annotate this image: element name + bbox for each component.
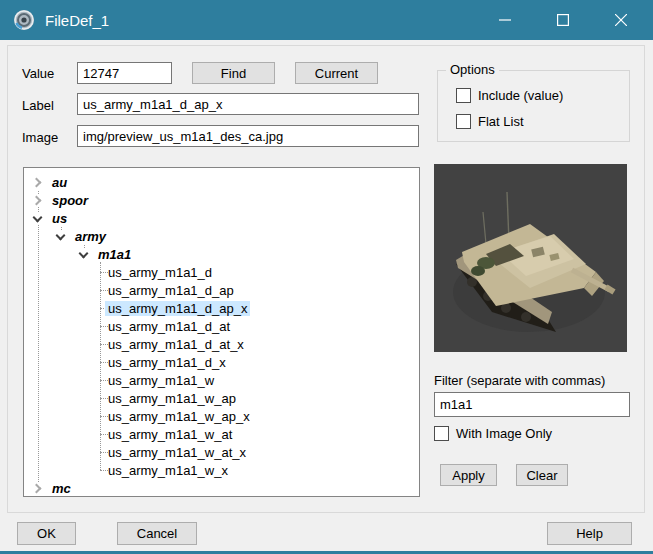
chevron-right-icon[interactable] xyxy=(32,482,43,494)
find-button[interactable]: Find xyxy=(192,62,275,84)
with-image-only-label: With Image Only xyxy=(456,426,552,441)
close-button[interactable] xyxy=(592,0,650,40)
tree-item-label: us_army_m1a1_d_at_x xyxy=(105,337,247,352)
clear-button[interactable]: Clear xyxy=(516,464,568,486)
image-input[interactable] xyxy=(77,125,419,147)
chevron-down-icon[interactable] xyxy=(32,212,43,224)
tree-item-label: us_army_m1a1_d_ap_x xyxy=(105,301,250,316)
tree-item-label: us_army_m1a1_d_at xyxy=(105,319,233,334)
flat-list-checkbox[interactable] xyxy=(456,114,471,129)
cancel-button[interactable]: Cancel xyxy=(117,522,197,545)
filedef-dialog: FileDef_1 Value Find Current Label Image… xyxy=(0,0,653,554)
tree-item[interactable]: au xyxy=(24,173,419,191)
tree-item[interactable]: spoor xyxy=(24,191,419,209)
tree-item[interactable]: m1a1 xyxy=(24,245,419,263)
tree-item-label: us_army_m1a1_w_at_x xyxy=(105,445,249,460)
current-button[interactable]: Current xyxy=(295,62,378,84)
tree-item[interactable]: us_army_m1a1_d_x xyxy=(24,353,419,371)
preview-panel xyxy=(434,164,627,352)
include-value-checkbox[interactable] xyxy=(456,88,471,103)
tree-item[interactable]: us_army_m1a1_w_ap xyxy=(24,389,419,407)
tree-item[interactable]: us_army_m1a1_w_x xyxy=(24,461,419,479)
flat-list-label: Flat List xyxy=(478,114,524,129)
window-title: FileDef_1 xyxy=(45,12,109,29)
maximize-icon xyxy=(557,14,569,26)
title-bar: FileDef_1 xyxy=(0,0,653,40)
image-label: Image xyxy=(22,130,58,145)
tree-item-label: mc xyxy=(49,481,74,496)
tree-item-label: us_army_m1a1_w_ap_x xyxy=(105,409,253,424)
tree-item[interactable]: mc xyxy=(24,479,419,497)
tree-item-label: army xyxy=(72,229,109,244)
chevron-down-icon[interactable] xyxy=(55,230,66,242)
chevron-right-icon[interactable] xyxy=(32,176,43,188)
tree-item[interactable]: us_army_m1a1_d_ap xyxy=(24,281,419,299)
tree-item[interactable]: us_army_m1a1_d xyxy=(24,263,419,281)
app-icon xyxy=(13,9,35,31)
tree-item[interactable]: us_army_m1a1_d_ap_x xyxy=(24,299,419,317)
tree-item[interactable]: us_army_m1a1_w xyxy=(24,371,419,389)
flat-list-checkbox-row: Flat List xyxy=(456,114,524,129)
tree-item[interactable]: us_army_m1a1_d_at_x xyxy=(24,335,419,353)
close-icon xyxy=(615,14,627,26)
tree-item-label: us_army_m1a1_d_ap xyxy=(105,283,237,298)
with-image-only-checkbox-row: With Image Only xyxy=(434,426,552,441)
help-button[interactable]: Help xyxy=(547,522,632,545)
tree-panel[interactable]: auspoorusarmym1a1us_army_m1a1_dus_army_m… xyxy=(23,167,420,497)
maximize-button[interactable] xyxy=(534,0,592,40)
options-group: Options Include (value) Flat List xyxy=(437,70,630,142)
label-label: Label xyxy=(22,98,54,113)
tree-item-label: us_army_m1a1_d_x xyxy=(105,355,229,370)
minimize-icon xyxy=(499,14,511,26)
options-group-title: Options xyxy=(446,62,499,77)
filter-label: Filter (separate with commas) xyxy=(434,373,605,388)
tree-item[interactable]: us_army_m1a1_w_ap_x xyxy=(24,407,419,425)
tree-item-label: us xyxy=(49,211,70,226)
tree-item-label: us_army_m1a1_w xyxy=(105,373,217,388)
include-value-checkbox-row: Include (value) xyxy=(456,88,563,103)
tree-item-label: spoor xyxy=(49,193,91,208)
tree-item[interactable]: us_army_m1a1_w_at_x xyxy=(24,443,419,461)
tank-preview-image xyxy=(434,164,627,352)
tree-item-label: us_army_m1a1_w_ap xyxy=(105,391,239,406)
label-input[interactable] xyxy=(77,93,419,115)
value-label: Value xyxy=(22,66,54,81)
tree-item-label: us_army_m1a1_w_at xyxy=(105,427,235,442)
include-value-label: Include (value) xyxy=(478,88,563,103)
tree-item-label: us_army_m1a1_w_x xyxy=(105,463,231,478)
minimize-button[interactable] xyxy=(476,0,534,40)
tree-item-label: us_army_m1a1_d xyxy=(105,265,215,280)
value-input[interactable] xyxy=(77,62,172,84)
tree-item[interactable]: us xyxy=(24,209,419,227)
apply-button[interactable]: Apply xyxy=(440,464,497,486)
ok-button[interactable]: OK xyxy=(17,522,76,545)
with-image-only-checkbox[interactable] xyxy=(434,426,449,441)
tree-item-label: m1a1 xyxy=(95,247,134,262)
tree-item-label: au xyxy=(49,175,70,190)
tree-item[interactable]: us_army_m1a1_d_at xyxy=(24,317,419,335)
chevron-right-icon[interactable] xyxy=(32,194,43,206)
tree-item[interactable]: us_army_m1a1_w_at xyxy=(24,425,419,443)
tree-item[interactable]: army xyxy=(24,227,419,245)
filter-input[interactable] xyxy=(434,392,630,417)
chevron-down-icon[interactable] xyxy=(78,248,89,260)
